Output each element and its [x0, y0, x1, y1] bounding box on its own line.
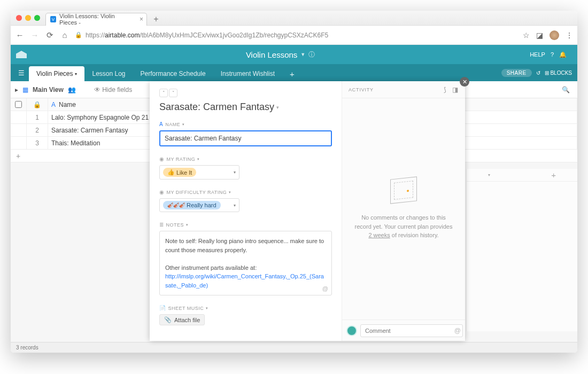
blocks-button[interactable]: ⊞ BLOCKS [545, 70, 572, 76]
expanded-record: ✕ ˄ ˅ Sarasate: Carmen Fantasy▾ ANAME▾ ◉… [150, 81, 465, 341]
tab-close-icon[interactable]: × [140, 15, 143, 23]
app-header: Violin Lessons ▼ ⓘ HELP ? 🔔 [11, 45, 577, 64]
home-icon[interactable]: ⌂ [60, 30, 69, 40]
help-link[interactable]: HELP [530, 51, 545, 58]
notes-field[interactable]: Note to self: Really long piano intro se… [159, 231, 332, 295]
comment-input[interactable] [360, 324, 463, 337]
lock-column-icon: 🔒 [27, 98, 48, 111]
reload-icon[interactable]: ⟳ [45, 30, 55, 40]
field-label-notes: NOTES [166, 222, 184, 228]
add-table-button[interactable]: + [282, 66, 302, 81]
table-tab-wishlist[interactable]: Instrument Wishlist [213, 66, 282, 81]
browser-menu-icon[interactable]: ⋮ [566, 31, 573, 40]
chevron-down-icon[interactable]: ▾ [276, 105, 279, 110]
field-label-sheet-music: SHEET MUSIC [168, 306, 204, 311]
extension-icon[interactable]: ◪ [536, 31, 543, 40]
grid-view-icon: ▦ [22, 86, 28, 94]
name-field[interactable] [159, 130, 332, 146]
table-tab-performance[interactable]: Performance Schedule [133, 66, 213, 81]
comment-avatar-icon [346, 325, 357, 336]
airtable-logo-icon[interactable] [16, 51, 27, 58]
next-record-button[interactable]: ˅ [169, 89, 177, 97]
share-button[interactable]: SHARE [501, 69, 532, 77]
history-icon[interactable]: ↺ [536, 70, 540, 76]
collaborators-icon[interactable]: 👥 [68, 86, 76, 94]
rating-select[interactable]: 👍Like It ▾ [159, 165, 239, 180]
prev-record-button[interactable]: ˄ [159, 89, 168, 97]
activity-empty-message: No comments or changes to this record ye… [353, 213, 454, 240]
star-icon[interactable]: ☆ [523, 31, 530, 40]
notes-link[interactable]: http://imslp.org/wiki/Carmen_Concert_Fan… [165, 273, 324, 289]
close-record-button[interactable]: ✕ [460, 77, 469, 87]
tab-title: Violin Lessons: Violin Pieces - [59, 13, 131, 26]
field-label-name: NAME [165, 122, 180, 127]
url-bar: ← → ⟳ ⌂ 🔒 https://airtable.com/tblA6bM8y… [11, 26, 577, 45]
address-field[interactable]: 🔒 https://airtable.com/tblA6bM8yUxHmJCEx… [75, 32, 517, 39]
favicon-icon: V [50, 16, 56, 22]
table-bar: ☰ Violin Pieces▾ Lesson Log Performance … [11, 64, 577, 81]
search-icon[interactable]: 🔍 [562, 86, 570, 94]
tables-menu-icon[interactable]: ☰ [14, 69, 29, 77]
revision-history-link[interactable]: 2 weeks [368, 232, 390, 238]
expand-views-icon[interactable]: ▸ [15, 86, 18, 94]
table-tab-lesson-log[interactable]: Lesson Log [84, 66, 133, 81]
mention-icon[interactable]: @ [322, 284, 328, 293]
hide-fields-button[interactable]: 👁 Hide fields [94, 86, 132, 94]
rss-icon[interactable]: ⟆ [444, 86, 447, 94]
mention-icon[interactable]: @ [454, 327, 461, 334]
field-label-rating: MY RATING [167, 157, 196, 162]
base-name[interactable]: Violin Lessons [246, 50, 297, 59]
activity-header: ACTIVITY [349, 87, 374, 92]
help-question-icon[interactable]: ? [551, 51, 554, 58]
window-zoom-dot[interactable] [34, 15, 40, 21]
select-all-checkbox[interactable] [15, 101, 22, 108]
window-titlebar: V Violin Lessons: Violin Pieces - × + [11, 11, 577, 26]
grid-footer: 3 records [11, 342, 577, 353]
new-tab-button[interactable]: + [150, 13, 162, 25]
profile-avatar-icon[interactable] [550, 30, 559, 40]
collapse-icon[interactable]: ◨ [452, 86, 459, 94]
browser-tab[interactable]: V Violin Lessons: Violin Pieces - × [45, 13, 147, 26]
window-close-dot[interactable] [16, 15, 22, 21]
table-tab-violin-pieces[interactable]: Violin Pieces▾ [29, 66, 84, 81]
field-label-difficulty: MY DIFFICULTY RATING [167, 190, 227, 195]
empty-state-icon [390, 177, 417, 204]
add-field-button[interactable]: + [551, 170, 556, 180]
lock-icon: 🔒 [75, 32, 82, 38]
notifications-icon[interactable]: 🔔 [559, 51, 567, 58]
difficulty-select[interactable]: 🎻🎻🎻Really hard ▾ [159, 198, 239, 212]
chevron-down-icon[interactable]: ▾ [488, 173, 490, 177]
view-name[interactable]: Main View [33, 86, 64, 94]
forward-icon: → [30, 30, 40, 40]
back-icon[interactable]: ← [15, 30, 25, 40]
window-minimize-dot[interactable] [25, 15, 31, 21]
attach-file-button[interactable]: 📎 Attach file [159, 314, 205, 325]
help-icon[interactable]: ⓘ [308, 50, 315, 59]
record-title: Sarasate: Carmen Fantasy▾ [159, 102, 332, 113]
chevron-down-icon[interactable]: ▼ [300, 52, 305, 57]
